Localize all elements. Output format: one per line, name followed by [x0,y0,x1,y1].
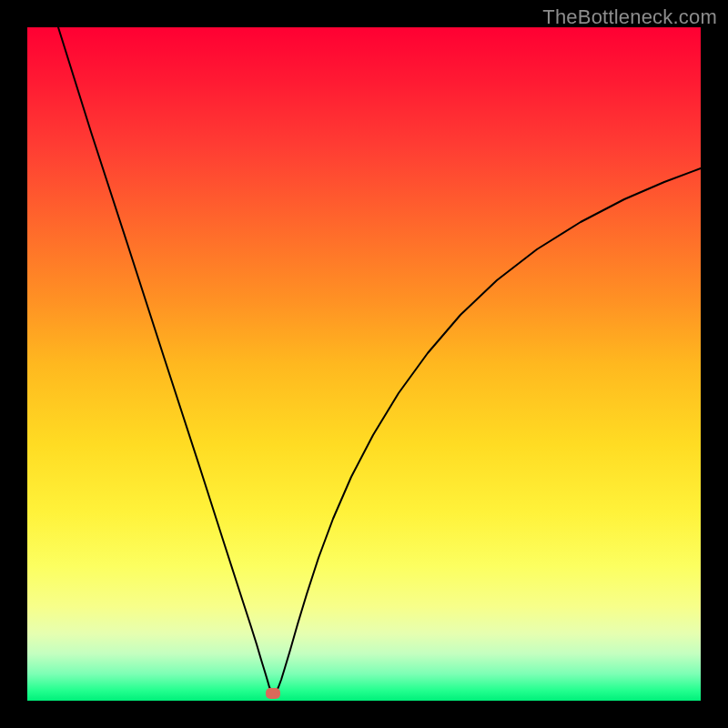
bottleneck-curve [27,27,701,701]
plot-area [27,27,701,701]
chart-frame: TheBottleneck.com [0,0,728,728]
min-marker [266,688,280,699]
watermark-text: TheBottleneck.com [542,5,717,29]
